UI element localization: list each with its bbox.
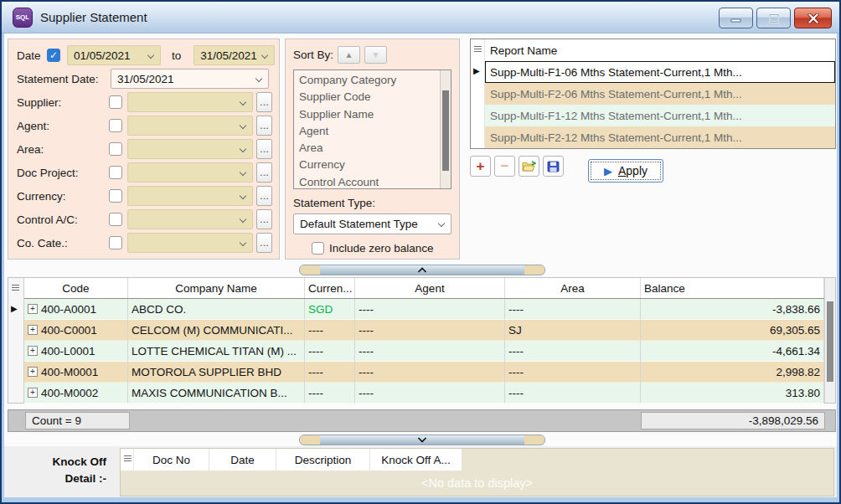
chevron-down-icon xyxy=(240,122,246,129)
table-row[interactable]: +400-A0001 ABCD CO. SGD ---- ---- -3,838… xyxy=(24,299,824,320)
scrollbar-thumb[interactable] xyxy=(827,301,833,382)
col-header-balance[interactable]: Balance xyxy=(641,278,824,298)
knock-off-label: Knock Off Detail :- xyxy=(4,446,115,497)
control-ac-combo[interactable] xyxy=(127,209,253,229)
agent-checkbox[interactable] xyxy=(109,119,122,132)
col-header-description[interactable]: Description xyxy=(276,449,370,471)
doc-project-checkbox[interactable] xyxy=(109,166,122,179)
co-cate-more-button[interactable]: ... xyxy=(256,233,272,253)
agent-combo[interactable] xyxy=(127,116,253,136)
sort-panel: Sort By: ▲ ▼ Company Category Supplier C… xyxy=(285,39,460,260)
expand-icon[interactable]: + xyxy=(28,346,38,356)
save-report-button[interactable] xyxy=(543,156,564,177)
chevron-down-icon xyxy=(240,193,246,199)
sort-item[interactable]: Control Account xyxy=(299,174,437,189)
supplier-checkbox[interactable] xyxy=(109,95,122,109)
report-name-header: Report Name xyxy=(485,39,835,61)
no-data-text: <No data to display> xyxy=(421,476,533,490)
row-selector-cell xyxy=(471,105,485,126)
currency-more-button[interactable]: ... xyxy=(256,186,272,206)
sort-item[interactable]: Company Category xyxy=(299,72,437,89)
col-header-company[interactable]: Company Name xyxy=(128,278,305,298)
col-header-code[interactable]: Code xyxy=(24,278,128,298)
control-ac-more-button[interactable]: ... xyxy=(256,209,272,229)
add-report-button[interactable]: + xyxy=(470,156,491,177)
chevron-down-icon xyxy=(438,220,445,227)
sort-item[interactable]: Area xyxy=(299,140,437,157)
agent-more-button[interactable]: ... xyxy=(256,116,272,136)
report-row[interactable]: Supp-Multi-F2-12 Mths Statement-Current,… xyxy=(471,126,835,148)
remove-report-button[interactable]: − xyxy=(494,156,515,177)
statement-date-picker[interactable]: 31/05/2021 xyxy=(111,69,269,89)
date-to-picker[interactable]: 31/05/2021 xyxy=(193,45,275,65)
currency-checkbox[interactable] xyxy=(109,189,122,203)
report-row[interactable]: Supp-Multi-F2-06 Mths Statement-Current,… xyxy=(471,83,835,105)
area-checkbox[interactable] xyxy=(109,142,122,156)
supplier-statement-window: SQL Supplier Statement Date ✓ 01/05/2021… xyxy=(0,0,841,504)
expand-icon[interactable]: + xyxy=(28,367,38,377)
date-from-picker[interactable]: 01/05/2021 xyxy=(67,45,161,65)
col-header-date[interactable]: Date xyxy=(209,449,276,471)
report-row[interactable]: Supp-Multi-F1-12 Mths Statement-Current,… xyxy=(471,105,835,126)
date-checkbox[interactable]: ✓ xyxy=(47,49,60,62)
col-header-area[interactable]: Area xyxy=(505,278,641,298)
co-cate-checkbox[interactable] xyxy=(109,236,122,249)
sort-by-label: Sort By: xyxy=(293,49,333,61)
area-combo[interactable] xyxy=(127,139,253,159)
statement-type-label: Statement Type: xyxy=(293,197,451,209)
include-zero-checkbox[interactable] xyxy=(312,242,324,255)
maximize-button[interactable] xyxy=(756,8,791,28)
sort-list-scrollbar[interactable] xyxy=(440,70,451,188)
sort-item[interactable]: Supplier Name xyxy=(299,106,437,123)
currency-combo[interactable] xyxy=(127,186,253,206)
col-header-doc-no[interactable]: Doc No xyxy=(134,449,209,471)
horizontal-splitter-bottom[interactable] xyxy=(299,435,545,445)
close-button[interactable] xyxy=(794,8,832,28)
row-pointer-icon: ▶ xyxy=(11,304,18,313)
statement-type-combo[interactable]: Default Statement Type xyxy=(293,213,451,234)
open-report-button[interactable] xyxy=(519,156,539,177)
apply-button[interactable]: ▶ Apply xyxy=(588,159,663,183)
doc-project-combo[interactable] xyxy=(127,162,253,183)
horizontal-splitter-top[interactable] xyxy=(299,265,545,275)
supplier-combo[interactable] xyxy=(127,92,253,112)
co-cate-combo[interactable] xyxy=(127,233,253,253)
collapse-up-icon xyxy=(417,266,427,274)
expand-icon[interactable]: + xyxy=(28,388,38,398)
currency-label: Currency: xyxy=(17,190,109,203)
table-row[interactable]: +400-M0001 MOTOROLA SUPPLIER BHD ---- --… xyxy=(24,362,824,383)
table-row[interactable]: +400-C0001 CELCOM (M) COMMUNICATI... ---… xyxy=(24,320,824,341)
table-row[interactable]: +400-L0001 LOTTE CHEMICAL TITAN (M) ... … xyxy=(24,341,824,362)
filter-panel: Date ✓ 01/05/2021 to 31/05/2021 Statemen… xyxy=(8,39,280,260)
col-header-knock-off-amount[interactable]: Knock Off A... xyxy=(370,449,462,471)
expand-icon[interactable]: + xyxy=(28,325,38,335)
sort-item[interactable]: Currency xyxy=(299,157,437,173)
sort-item[interactable]: Supplier Code xyxy=(299,89,437,105)
col-header-agent[interactable]: Agent xyxy=(355,278,505,298)
knock-off-section: Knock Off Detail :- Doc No Date Descript… xyxy=(4,446,837,497)
col-header-currency[interactable]: Curren... xyxy=(305,278,355,298)
table-row[interactable]: +400-M0002 MAXIS COMMUNICATION B... ----… xyxy=(24,383,824,404)
grid-vertical-scrollbar[interactable] xyxy=(824,278,835,403)
knock-off-empty-area: <No data to display> xyxy=(121,471,833,496)
expand-icon[interactable]: + xyxy=(28,304,38,314)
supplier-more-button[interactable]: ... xyxy=(256,92,272,112)
report-row[interactable]: ▶ Supp-Multi-F1-06 Mths Statement-Curren… xyxy=(471,61,835,83)
client-area: Date ✓ 01/05/2021 to 31/05/2021 Statemen… xyxy=(4,33,837,497)
sort-listbox: Company Category Supplier Code Supplier … xyxy=(293,69,451,189)
area-label: Area: xyxy=(17,143,109,156)
knock-off-grid: Doc No Date Description Knock Off A... <… xyxy=(120,448,834,496)
area-more-button[interactable]: ... xyxy=(256,139,272,159)
control-ac-checkbox[interactable] xyxy=(109,213,122,226)
row-selector-cell xyxy=(471,83,485,105)
doc-project-more-button[interactable]: ... xyxy=(256,162,272,183)
chevron-down-icon xyxy=(240,216,246,223)
grid-handle-cell xyxy=(471,39,485,61)
sort-down-button[interactable]: ▼ xyxy=(364,46,387,64)
sort-up-button[interactable]: ▲ xyxy=(338,46,360,64)
sort-item[interactable]: Agent xyxy=(299,123,437,140)
chevron-down-icon xyxy=(240,239,246,246)
titlebar: SQL Supplier Statement xyxy=(2,2,839,33)
scrollbar-thumb[interactable] xyxy=(442,90,449,171)
minimize-button[interactable] xyxy=(719,8,753,28)
